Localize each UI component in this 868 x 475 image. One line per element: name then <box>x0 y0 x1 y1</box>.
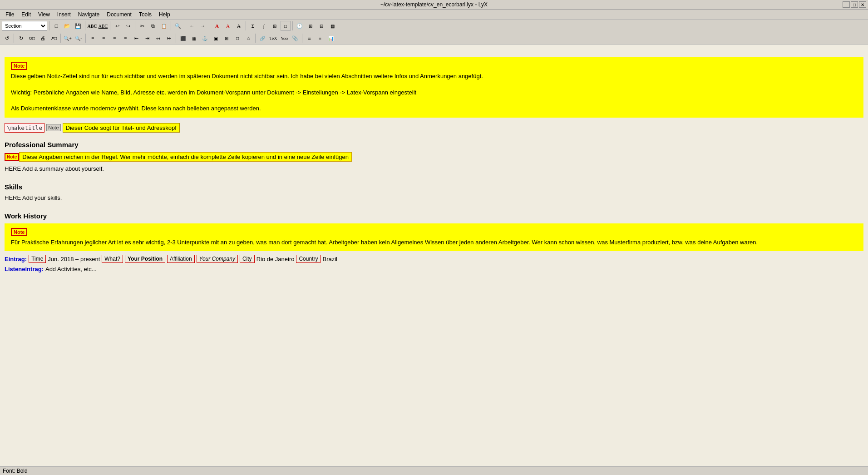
copy-button[interactable]: ⧉ <box>148 21 158 31</box>
refresh-button[interactable]: ↺ <box>2 33 12 43</box>
sep14 <box>255 34 256 43</box>
field-city-value: Rio de Janeiro <box>256 256 295 262</box>
field-country-value: Brazil <box>322 256 337 262</box>
mathbox-button[interactable]: □ <box>281 21 291 31</box>
window-controls[interactable]: _ □ ✕ <box>843 1 866 8</box>
color2-button[interactable]: ⬛ <box>178 33 188 43</box>
menu-navigate[interactable]: Navigate <box>74 10 103 19</box>
menu-tools[interactable]: Tools <box>135 10 155 19</box>
note-text-1-line2: Wichtig: Persönliche Angaben wie Name, B… <box>11 88 857 97</box>
note-box-3: Note Für Praktische Erfahrungen jegliche… <box>5 223 863 252</box>
field-city-label: City <box>240 255 255 263</box>
table-button[interactable]: ⊞ <box>306 21 316 31</box>
here-summary-text: HERE Add a summary about yourself. <box>5 165 863 172</box>
indent3-button[interactable]: ↤ <box>153 33 163 43</box>
zoomin-button[interactable]: 🔍+ <box>63 33 73 43</box>
field-time-value: Jun. 2018 – present <box>48 256 100 262</box>
note-label-3: Note <box>11 228 27 236</box>
table3-button[interactable]: ▦ <box>189 33 199 43</box>
align-right-button[interactable]: ≡ <box>109 33 119 43</box>
tex-button[interactable]: TeX <box>268 33 278 43</box>
style-dropdown[interactable]: Section <box>2 21 47 31</box>
forward-button[interactable]: → <box>198 21 208 31</box>
note-inline-text-2: Diese Angaben reichen in der Regel. Wer … <box>19 152 352 162</box>
section-work-history: Work History <box>5 212 863 220</box>
bold-button[interactable]: A <box>212 21 222 31</box>
open-button[interactable]: 📂 <box>62 21 72 31</box>
note-box-1: Note Diese gelben Notiz-Zettel sind nur … <box>5 57 863 118</box>
section-skills: Skills <box>5 183 863 191</box>
menu-edit[interactable]: Edit <box>18 10 35 19</box>
index-button[interactable]: ≡ <box>315 33 325 43</box>
align-left-button[interactable]: ≡ <box>88 33 98 43</box>
hyperlink-button[interactable]: 🔗 <box>257 33 267 43</box>
strikeout-button[interactable]: A <box>234 21 244 31</box>
field-what-label: What? <box>102 255 123 263</box>
document-area[interactable]: Note Diese gelben Notiz-Zettel sind nur … <box>0 45 868 453</box>
note-text-1-line1: Diese gelben Notiz-Zettel sind nur für e… <box>11 72 857 81</box>
find-button[interactable]: 🔍 <box>173 21 183 31</box>
clock-button[interactable]: 🕐 <box>295 21 305 31</box>
sep13 <box>176 34 176 43</box>
frame-button[interactable]: ▣ <box>211 33 221 43</box>
block-button[interactable]: ▦ <box>327 21 337 31</box>
menu-file[interactable]: File <box>2 10 18 19</box>
align-justify-button[interactable]: ≡ <box>120 33 130 43</box>
spellcheck2-button[interactable]: ABC <box>98 21 108 31</box>
undo-button[interactable]: ↩ <box>112 21 122 31</box>
indent-more-button[interactable]: ⇥ <box>142 33 152 43</box>
redo-button[interactable]: ↪ <box>123 21 133 31</box>
toc-button[interactable]: ≣ <box>304 33 314 43</box>
menu-view[interactable]: View <box>35 10 54 19</box>
refresh2-button[interactable]: ↻ <box>16 33 26 43</box>
minimize-button[interactable]: _ <box>843 1 850 8</box>
note-label-1: Note <box>11 62 27 70</box>
align-center-button[interactable]: ≡ <box>99 33 108 43</box>
math2-button[interactable]: ∫ <box>259 21 269 31</box>
zoomout-button[interactable]: 🔍- <box>74 33 84 43</box>
sep11 <box>60 34 61 43</box>
close-button[interactable]: ✕ <box>859 1 866 8</box>
paste-button[interactable]: 📋 <box>159 21 169 31</box>
menu-insert[interactable]: Insert <box>54 10 74 19</box>
entry-line: Eintrag: Time Jun. 2018 – present What? … <box>5 255 863 263</box>
color-button[interactable]: A <box>223 21 233 31</box>
sep9 <box>292 21 293 30</box>
listeneintrag-line: Listeneintrag: Add Activities, etc... <box>5 266 863 272</box>
verbatim-button[interactable]: Yoo <box>279 33 289 43</box>
indent4-button[interactable]: ↦ <box>164 33 174 43</box>
save-button[interactable]: 💾 <box>73 21 83 31</box>
window-title: ~/cv-latex-template/cv_en_ecorbari.lyx -… <box>380 1 488 8</box>
sep1 <box>49 21 49 30</box>
indent-less-button[interactable]: ⇤ <box>131 33 141 43</box>
sep2 <box>85 21 85 30</box>
new-button[interactable]: □ <box>51 21 61 31</box>
note-button[interactable]: ☆ <box>243 33 253 43</box>
print-button[interactable]: 🖨 <box>38 33 48 43</box>
anchor-button[interactable]: ⚓ <box>200 33 210 43</box>
section-professional-summary: Professional Summary <box>5 141 863 148</box>
menu-help[interactable]: Help <box>155 10 174 19</box>
sep5 <box>171 21 171 30</box>
export-button[interactable]: ↗□ <box>49 33 59 43</box>
maximize-button[interactable]: □ <box>851 1 858 8</box>
matrix-button[interactable]: ⊞ <box>270 21 280 31</box>
back-button[interactable]: ← <box>187 21 197 31</box>
sep8 <box>246 21 246 30</box>
maketitle-line: \maketitle Note Dieser Code sogt für Tit… <box>5 123 863 133</box>
paperclip-button[interactable]: 📎 <box>290 33 300 43</box>
maketitle-cmd: \maketitle <box>5 123 44 133</box>
cut-button[interactable]: ✂ <box>137 21 147 31</box>
spellcheck-button[interactable]: ABC <box>87 21 97 31</box>
reload-button[interactable]: ↻□ <box>27 33 37 43</box>
math-button[interactable]: Σ <box>248 21 258 31</box>
note-inset-label: Note <box>46 124 60 131</box>
table2-button[interactable]: ⊟ <box>316 21 326 31</box>
field-company-label: Your Company <box>197 255 238 263</box>
stats-button[interactable]: 📊 <box>326 33 336 43</box>
float-button[interactable]: ⊞ <box>222 33 232 43</box>
title-bar: ~/cv-latex-template/cv_en_ecorbari.lyx -… <box>0 0 868 10</box>
box-button[interactable]: □ <box>232 33 242 43</box>
sep10 <box>14 34 14 43</box>
menu-document[interactable]: Document <box>103 10 135 19</box>
